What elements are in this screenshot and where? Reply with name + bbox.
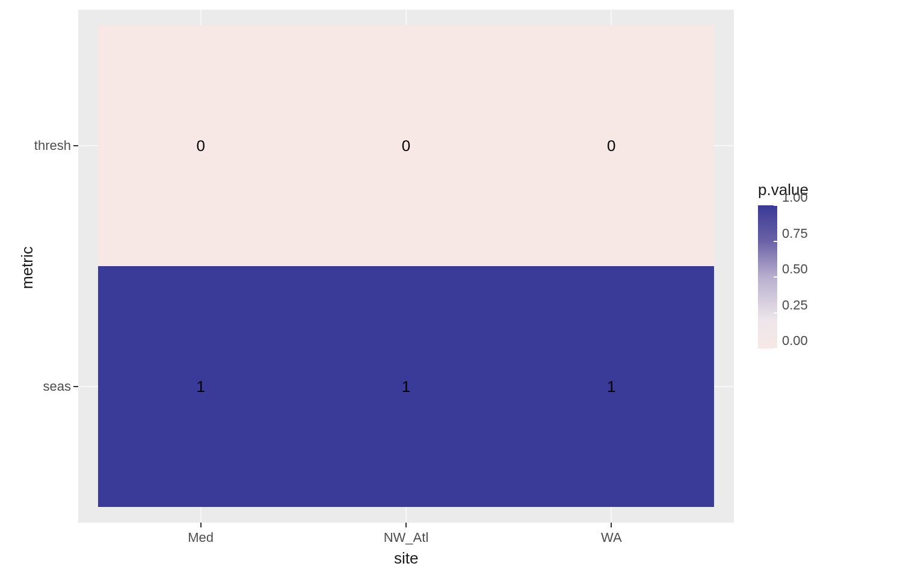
x-tick — [611, 523, 612, 527]
y-tick — [73, 386, 78, 387]
y-tick-label: thresh — [34, 138, 71, 154]
legend-tick-mark — [774, 205, 777, 206]
x-axis-title: site — [394, 549, 418, 568]
legend-tick-label: 0.75 — [782, 226, 808, 241]
legend-tick-label: 0.50 — [782, 261, 808, 277]
x-tick-label: NW_Atl — [0, 530, 812, 545]
heatmap-cell: 1 — [303, 266, 508, 507]
heatmap: 000111 — [98, 25, 714, 507]
legend-tick-mark — [774, 276, 777, 278]
x-tick — [405, 523, 407, 527]
chart-root: 000111 site metric p.value 0.000.250.500… — [0, 0, 924, 578]
heatmap-cell: 1 — [98, 266, 303, 507]
x-tick-label: Med — [0, 530, 401, 545]
legend-tick-mark — [774, 348, 777, 349]
x-tick — [200, 523, 202, 527]
legend-tick-label: 1.00 — [782, 190, 808, 205]
x-tick-label: WA — [0, 530, 924, 545]
heatmap-cell: 0 — [509, 25, 714, 266]
legend-tick-mark — [774, 241, 777, 242]
heatmap-cell: 1 — [509, 266, 714, 507]
y-tick-label: seas — [43, 379, 71, 394]
heatmap-cell: 0 — [303, 25, 508, 266]
legend-tick-label: 0.25 — [782, 297, 808, 313]
color-legend: p.value 0.000.250.500.751.00 — [758, 181, 808, 349]
y-axis-title: metric — [18, 246, 37, 289]
legend-tick-mark — [774, 312, 777, 314]
y-tick — [73, 145, 78, 146]
heatmap-cell: 0 — [98, 25, 303, 266]
legend-tick-label: 0.00 — [782, 333, 808, 349]
